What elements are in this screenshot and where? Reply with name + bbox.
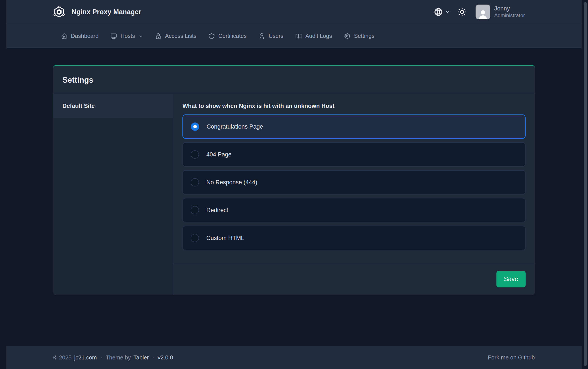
radio-unselected[interactable]	[191, 206, 199, 214]
nav-label: Dashboard	[71, 33, 99, 39]
chevron-down-icon	[445, 10, 450, 14]
lock-icon	[155, 33, 162, 40]
github-link[interactable]: Fork me on Github	[488, 354, 535, 361]
gear-icon	[344, 33, 351, 40]
nav-label: Hosts	[120, 33, 135, 39]
sun-icon	[457, 7, 467, 17]
book-icon	[295, 33, 302, 40]
brand: Nginx Proxy Manager	[53, 6, 141, 18]
person-silhouette-icon	[477, 9, 489, 19]
settings-card-footer: Save	[173, 263, 535, 295]
option-label: No Response (444)	[206, 179, 257, 186]
user-name: Jonny	[494, 5, 525, 12]
theme-by-text: Theme by	[106, 354, 131, 361]
scrollbar-track[interactable]	[583, 0, 588, 369]
copyright-text: © 2025	[53, 354, 71, 361]
monitor-icon	[110, 33, 117, 40]
theme-toggle-button[interactable]	[457, 7, 467, 17]
scrollbar-thumb[interactable]	[584, 2, 587, 366]
app-header: Nginx Proxy Manager	[6, 0, 582, 48]
option-label: Redirect	[206, 207, 228, 214]
nginx-proxy-manager-logo-icon	[53, 6, 65, 18]
nav-label: Audit Logs	[305, 33, 332, 39]
nav-label: Access Lists	[165, 33, 197, 39]
option-congratulations-page[interactable]: Congratulations Page	[182, 114, 526, 139]
radio-unselected[interactable]	[191, 178, 199, 186]
option-404-page[interactable]: 404 Page	[182, 142, 526, 167]
settings-card-header: Settings	[53, 66, 535, 94]
app-footer: © 2025 jc21.com · Theme by Tabler · v2.0…	[6, 346, 582, 369]
option-label: Custom HTML	[206, 235, 244, 242]
settings-section-list: Default Site	[53, 94, 173, 295]
chevron-down-icon	[139, 34, 143, 38]
settings-section-default-site[interactable]: Default Site	[53, 94, 173, 118]
option-redirect[interactable]: Redirect	[182, 198, 526, 222]
default-site-options: Congratulations Page 404 Page No Respons…	[182, 114, 526, 250]
user-role: Administrator	[494, 12, 525, 19]
default-site-form: What to show when Nginx is hit with an u…	[173, 94, 535, 263]
form-question-label: What to show when Nginx is hit with an u…	[182, 102, 526, 110]
radio-selected[interactable]	[191, 123, 199, 131]
app-viewport: Nginx Proxy Manager	[0, 0, 588, 369]
nav-item-access-lists[interactable]: Access Lists	[149, 24, 202, 48]
main-nav: Dashboard Hosts Access Lists	[6, 24, 582, 48]
page-body: Settings Default Site What to show when …	[0, 48, 588, 346]
header-top-row: Nginx Proxy Manager	[6, 0, 582, 24]
settings-card-body: Default Site What to show when Nginx is …	[53, 94, 535, 295]
shield-icon	[208, 33, 215, 40]
nav-item-hosts[interactable]: Hosts	[104, 24, 149, 48]
avatar[interactable]	[476, 5, 490, 19]
user-icon	[258, 33, 265, 40]
app-title: Nginx Proxy Manager	[71, 8, 141, 16]
jc21-link[interactable]: jc21.com	[74, 354, 97, 361]
nav-label: Settings	[354, 33, 374, 39]
tabler-link[interactable]: Tabler	[133, 354, 149, 361]
radio-unselected[interactable]	[191, 234, 199, 242]
globe-icon	[434, 7, 443, 17]
page-title: Settings	[62, 75, 93, 85]
settings-content: What to show when Nginx is hit with an u…	[173, 94, 535, 295]
nav-item-certificates[interactable]: Certificates	[202, 24, 252, 48]
nav-item-users[interactable]: Users	[252, 24, 289, 48]
nav-label: Users	[269, 33, 283, 39]
separator-dot: ·	[151, 354, 155, 361]
nav-item-dashboard[interactable]: Dashboard	[55, 24, 104, 48]
language-menu-button[interactable]	[434, 7, 450, 17]
option-label: 404 Page	[206, 151, 232, 158]
user-menu[interactable]: Jonny Administrator	[494, 5, 525, 19]
nav-label: Certificates	[218, 33, 247, 39]
save-button[interactable]: Save	[497, 271, 526, 287]
nav-item-settings[interactable]: Settings	[338, 24, 380, 48]
settings-card: Settings Default Site What to show when …	[53, 65, 535, 295]
option-no-response[interactable]: No Response (444)	[182, 170, 526, 195]
footer-credits: © 2025 jc21.com · Theme by Tabler · v2.0…	[53, 354, 173, 361]
option-label: Congratulations Page	[207, 123, 263, 130]
separator-dot: ·	[99, 354, 103, 361]
home-icon	[61, 33, 68, 40]
radio-unselected[interactable]	[191, 150, 199, 159]
version-link[interactable]: v2.0.0	[158, 354, 173, 361]
nav-item-audit-logs[interactable]: Audit Logs	[289, 24, 338, 48]
header-actions: Jonny Administrator	[434, 5, 535, 19]
option-custom-html[interactable]: Custom HTML	[182, 226, 526, 250]
